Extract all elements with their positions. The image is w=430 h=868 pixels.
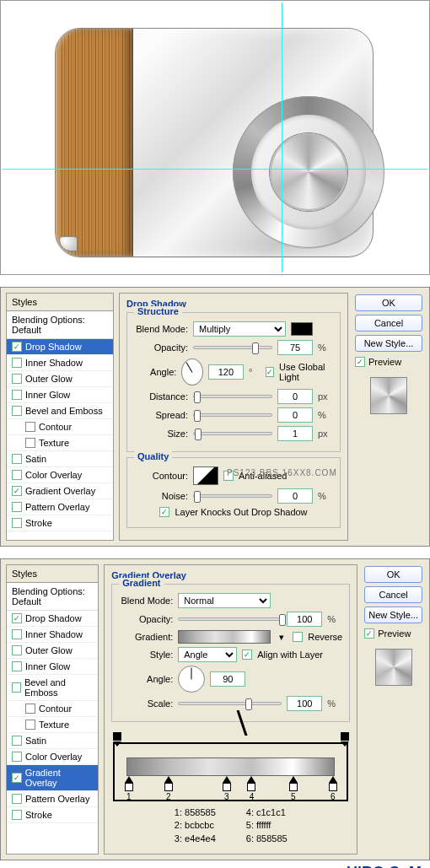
gradient-editor[interactable]: 1 2 3 4 5 6 xyxy=(113,742,348,801)
opacity-stop[interactable] xyxy=(341,732,349,741)
style-inner-shadow[interactable]: Inner Shadow xyxy=(7,355,113,371)
color-stop[interactable]: 6 xyxy=(329,776,337,801)
checkbox-icon[interactable] xyxy=(12,486,22,496)
ok-button[interactable]: OK xyxy=(355,294,422,311)
reverse-checkbox[interactable] xyxy=(293,632,303,642)
style-contour[interactable]: Contour xyxy=(7,419,113,435)
checkbox-icon[interactable] xyxy=(12,613,22,623)
checkbox-icon[interactable] xyxy=(12,502,22,512)
checkbox-icon[interactable] xyxy=(12,629,22,639)
blend-mode-select[interactable]: Normal xyxy=(178,593,271,608)
checkbox-icon[interactable] xyxy=(12,342,22,352)
distance-slider[interactable] xyxy=(193,395,272,398)
cancel-button[interactable]: Cancel xyxy=(355,315,422,332)
style-pattern-overlay[interactable]: Pattern Overlay xyxy=(7,791,98,807)
shadow-color-swatch[interactable] xyxy=(291,322,313,336)
angle-input[interactable] xyxy=(210,671,245,687)
preview-checkbox[interactable] xyxy=(355,357,365,367)
checkbox-icon[interactable] xyxy=(12,773,22,783)
style-stroke[interactable]: Stroke xyxy=(7,515,113,531)
opacity-stop[interactable] xyxy=(113,732,121,741)
style-color-overlay[interactable]: Color Overlay xyxy=(7,467,113,483)
noise-input[interactable] xyxy=(277,488,313,504)
knockout-checkbox[interactable] xyxy=(159,507,169,517)
size-input[interactable] xyxy=(277,426,313,441)
spread-input[interactable] xyxy=(277,407,313,423)
style-gradient-overlay[interactable]: Gradient Overlay xyxy=(7,765,98,791)
style-texture[interactable]: Texture xyxy=(7,717,98,733)
style-satin[interactable]: Satin xyxy=(7,451,113,467)
checkbox-icon[interactable] xyxy=(12,454,22,464)
noise-slider[interactable] xyxy=(193,494,272,498)
style-outer-glow[interactable]: Outer Glow xyxy=(7,371,113,387)
style-drop-shadow[interactable]: Drop Shadow xyxy=(7,611,98,627)
style-label: Outer Glow xyxy=(25,374,73,384)
style-inner-glow[interactable]: Inner Glow xyxy=(7,659,98,675)
unit: px xyxy=(318,429,333,439)
checkbox-icon[interactable] xyxy=(12,736,22,746)
layer-style-dialog-gradient-overlay: Styles Blending Options: Default Drop Sh… xyxy=(0,558,430,860)
style-satin[interactable]: Satin xyxy=(7,733,98,749)
scale-slider[interactable] xyxy=(178,702,282,705)
color-stop[interactable]: 5 xyxy=(289,776,298,801)
angle-dial[interactable] xyxy=(178,666,205,693)
distance-input[interactable] xyxy=(277,389,313,404)
style-outer-glow[interactable]: Outer Glow xyxy=(7,643,98,659)
color-stop[interactable]: 1 xyxy=(125,776,133,801)
new-style-button[interactable]: New Style... xyxy=(355,335,422,352)
angle-input[interactable] xyxy=(208,364,244,380)
style-pattern-overlay[interactable]: Pattern Overlay xyxy=(7,499,113,515)
checkbox-icon[interactable] xyxy=(25,438,35,448)
style-stroke[interactable]: Stroke xyxy=(7,807,98,823)
checkbox-icon[interactable] xyxy=(12,390,22,400)
gradient-picker[interactable] xyxy=(178,630,271,644)
align-checkbox[interactable] xyxy=(242,650,252,660)
angle-dial[interactable] xyxy=(181,359,203,385)
checkbox-icon[interactable] xyxy=(12,682,21,693)
checkbox-icon[interactable] xyxy=(12,470,22,480)
blending-options[interactable]: Blending Options: Default xyxy=(7,583,98,611)
cancel-button[interactable]: Cancel xyxy=(364,586,422,603)
spread-slider[interactable] xyxy=(193,413,272,417)
checkbox-icon[interactable] xyxy=(12,518,22,528)
scale-input[interactable] xyxy=(287,696,322,711)
color-stop[interactable]: 2 xyxy=(164,776,173,801)
gradient-bar[interactable] xyxy=(126,757,335,776)
color-stop[interactable]: 4 xyxy=(247,776,255,801)
style-drop-shadow[interactable]: Drop Shadow xyxy=(7,339,113,355)
opacity-slider[interactable] xyxy=(193,346,272,349)
checkbox-icon[interactable] xyxy=(25,422,35,432)
dropdown-icon[interactable]: ▾ xyxy=(276,632,288,643)
blend-mode-select[interactable]: Multiply xyxy=(193,321,286,337)
color-stop[interactable]: 3 xyxy=(223,776,231,801)
style-color-overlay[interactable]: Color Overlay xyxy=(7,749,98,765)
style-texture[interactable]: Texture xyxy=(7,435,113,451)
ok-button[interactable]: OK xyxy=(364,566,422,583)
gradient-style-select[interactable]: Angle xyxy=(178,647,237,662)
checkbox-icon[interactable] xyxy=(12,810,22,820)
style-contour[interactable]: Contour xyxy=(7,701,98,717)
opacity-input[interactable] xyxy=(287,612,322,627)
checkbox-icon[interactable] xyxy=(12,645,22,655)
opacity-slider[interactable] xyxy=(178,617,282,621)
checkbox-icon[interactable] xyxy=(12,406,22,416)
checkbox-icon[interactable] xyxy=(25,704,35,714)
opacity-input[interactable] xyxy=(277,340,313,355)
blending-options[interactable]: Blending Options: Default xyxy=(7,311,113,339)
checkbox-icon[interactable] xyxy=(12,358,22,368)
contour-picker[interactable] xyxy=(193,466,218,485)
style-bevel-emboss[interactable]: Bevel and Emboss xyxy=(7,675,98,701)
checkbox-icon[interactable] xyxy=(12,374,22,384)
size-slider[interactable] xyxy=(193,432,272,435)
checkbox-icon[interactable] xyxy=(12,661,22,671)
preview-checkbox[interactable] xyxy=(364,628,374,639)
style-inner-glow[interactable]: Inner Glow xyxy=(7,387,113,403)
checkbox-icon[interactable] xyxy=(12,752,22,762)
checkbox-icon[interactable] xyxy=(25,720,35,730)
checkbox-icon[interactable] xyxy=(12,794,22,804)
style-inner-shadow[interactable]: Inner Shadow xyxy=(7,627,98,643)
new-style-button[interactable]: New Style... xyxy=(364,607,422,623)
global-light-checkbox[interactable] xyxy=(266,367,274,377)
style-gradient-overlay[interactable]: Gradient Overlay xyxy=(7,483,113,499)
style-bevel-emboss[interactable]: Bevel and Emboss xyxy=(7,403,113,419)
